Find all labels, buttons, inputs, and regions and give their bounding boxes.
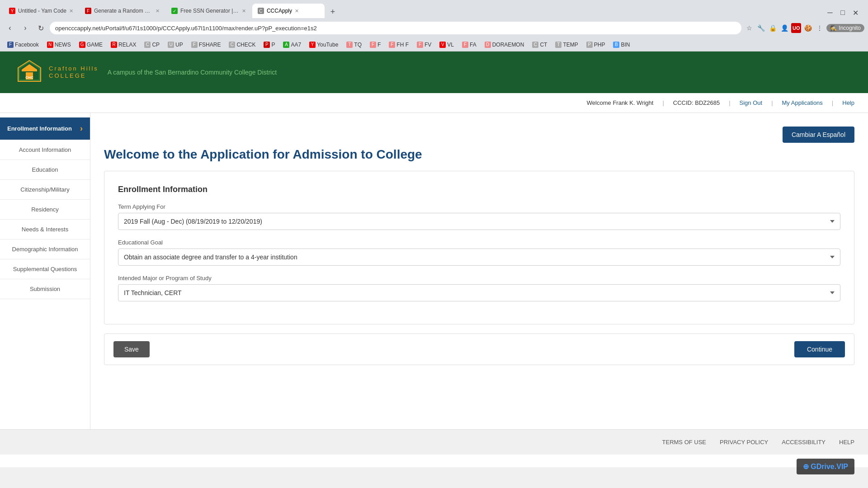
footer-help-link[interactable]: HELP [839,439,854,446]
college-header: CHC Crafton Hills COLLEGE A campus of th… [0,52,868,93]
page-footer: TERMS OF USE PRIVACY POLICY ACCESSIBILIT… [0,429,868,455]
new-tab-button[interactable]: + [326,5,339,18]
back-button[interactable]: ‹ [4,22,16,34]
sidebar: Enrollment Information›Account Informati… [0,113,90,429]
bookmark-aa7[interactable]: AAA7 [279,41,305,49]
sign-out-link[interactable]: Sign Out [740,99,763,106]
reload-button[interactable]: ↻ [34,22,47,34]
sidebar-item-7[interactable]: Supplemental Questions [0,259,90,279]
goal-group: Educational Goal Obtain an associate deg… [118,239,840,266]
accessibility-link[interactable]: ACCESSIBILITY [782,439,826,446]
bookmark-youtube[interactable]: YYouTube [306,41,342,49]
extension-icon3[interactable]: 👤 [779,23,789,33]
action-bar: Save Continue [104,333,854,365]
major-group: Intended Major or Program of Study IT Te… [118,275,840,301]
term-group: Term Applying For 2019 Fall (Aug - Dec) … [118,203,840,230]
sidebar-item-6[interactable]: Demographic Information [0,239,90,259]
bookmark-bin[interactable]: BBIN [609,41,633,49]
section-title: Enrollment Information [118,185,840,194]
major-select[interactable]: IT Technician, CERT [118,284,840,301]
browser-tab-tab1[interactable]: YUntitled - Yam Code✕ [4,4,79,18]
sidebar-item-1[interactable]: Account Information [0,140,90,160]
bookmark-up[interactable]: UUP [164,41,187,49]
maximize-button[interactable]: □ [837,7,848,18]
college-tagline: A campus of the San Bernardino Community… [108,69,277,76]
bookmark-check[interactable]: CCHECK [225,41,259,49]
extension-icon2[interactable]: 🔒 [768,23,778,33]
browser-tab-tab3[interactable]: ✓Free SSN Generator | SSN-Verify...✕ [166,4,251,18]
bookmark-cp[interactable]: CCP [141,41,163,49]
bookmark-tq[interactable]: TTQ [343,41,365,49]
sidebar-item-4[interactable]: Residency [0,200,90,220]
bookmark-fa[interactable]: FFA [458,41,480,49]
browser-chrome: YUntitled - Yam Code✕FGenerate a Random … [0,0,868,52]
incognito-icon: 🕵 [830,25,837,31]
college-name: Crafton Hills COLLEGE [49,65,99,79]
bookmark-facebook[interactable]: FFacebook [4,41,42,49]
sidebar-item-0[interactable]: Enrollment Information› [0,117,90,140]
main-layout: Enrollment Information›Account Informati… [0,113,868,429]
privacy-link[interactable]: PRIVACY POLICY [720,439,768,446]
sidebar-item-3[interactable]: Citizenship/Military [0,180,90,200]
welcome-text: Welcome Frank K. Wright [587,99,654,106]
browser-tab-tab2[interactable]: FGenerate a Random Name - Fak...✕ [80,4,165,18]
bookmark-p[interactable]: PP [260,41,278,49]
bookmark-star-icon[interactable]: ☆ [744,23,754,33]
page-title: Welcome to the Application for Admission… [104,147,854,162]
address-input[interactable] [50,22,741,34]
incognito-label: Incognito [839,25,861,31]
bookmark-temp[interactable]: TTEMP [552,41,581,49]
bookmark-fh-f[interactable]: FFH F [385,41,412,49]
sidebar-item-5[interactable]: Needs & Interests [0,220,90,239]
cambiar-button[interactable]: Cambiar A Español [783,127,854,143]
settings-icon[interactable]: ⋮ [815,23,825,33]
bookmark-news[interactable]: NNEWS [43,41,75,49]
bookmark-ct[interactable]: CCT [528,41,551,49]
bookmark-php[interactable]: PPHP [583,41,609,49]
close-button[interactable]: ✕ [850,7,861,18]
extension-icon5[interactable]: 🍪 [803,23,813,33]
bookmark-f[interactable]: FF [366,41,384,49]
college-logo-icon: CHC [14,59,45,86]
bookmark-fshare[interactable]: FFSHARE [188,41,225,49]
goal-label: Educational Goal [118,239,840,246]
terms-link[interactable]: TERMS OF USE [662,439,707,446]
incognito-button[interactable]: 🕵 Incognito [826,24,864,32]
bookmark-game[interactable]: GGAME [75,41,106,49]
sidebar-item-2[interactable]: Education [0,160,90,180]
content-area: Cambiar A Español Welcome to the Applica… [90,113,868,429]
my-applications-link[interactable]: My Applications [782,99,823,106]
continue-button[interactable]: Continue [794,341,845,357]
enrollment-form-card: Enrollment Information Term Applying For… [104,171,854,324]
address-bar: ‹ › ↻ ☆ 🔧 🔒 👤 UO 🍪 ⋮ 🕵 Incognito [0,18,868,38]
help-link[interactable]: Help [842,99,854,106]
page-wrapper: CHC Crafton Hills COLLEGE A campus of th… [0,52,868,467]
save-button[interactable]: Save [113,341,150,357]
minimize-button[interactable]: ─ [825,7,835,18]
college-logo: CHC Crafton Hills COLLEGE [14,59,99,86]
cccid-text: CCCID: BDZ2685 [673,99,720,106]
bookmark-vl[interactable]: VVL [436,41,458,49]
major-label: Intended Major or Program of Study [118,275,840,282]
extension-icon1[interactable]: 🔧 [756,23,766,33]
user-bar: Welcome Frank K. Wright | CCCID: BDZ2685… [0,93,868,113]
bookmarks-bar: FFacebookNNEWSGGAMERRELAXCCPUUPFFSHARECC… [0,38,868,52]
goal-select[interactable]: Obtain an associate degree and transfer … [118,249,840,266]
svg-text:CHC: CHC [25,75,33,80]
bookmark-fv[interactable]: FFV [413,41,435,49]
sidebar-chevron-icon: › [80,124,83,133]
forward-button[interactable]: › [19,22,32,34]
bookmark-doraemon[interactable]: DDORAEMON [481,41,528,49]
term-label: Term Applying For [118,203,840,210]
browser-tab-tab4[interactable]: CCCCApply✕ [252,4,325,18]
extension-icon4[interactable]: UO [791,23,801,33]
sidebar-item-8[interactable]: Submission [0,279,90,299]
bookmark-relax[interactable]: RRELAX [107,41,140,49]
term-select[interactable]: 2019 Fall (Aug - Dec) (08/19/2019 to 12/… [118,213,840,230]
